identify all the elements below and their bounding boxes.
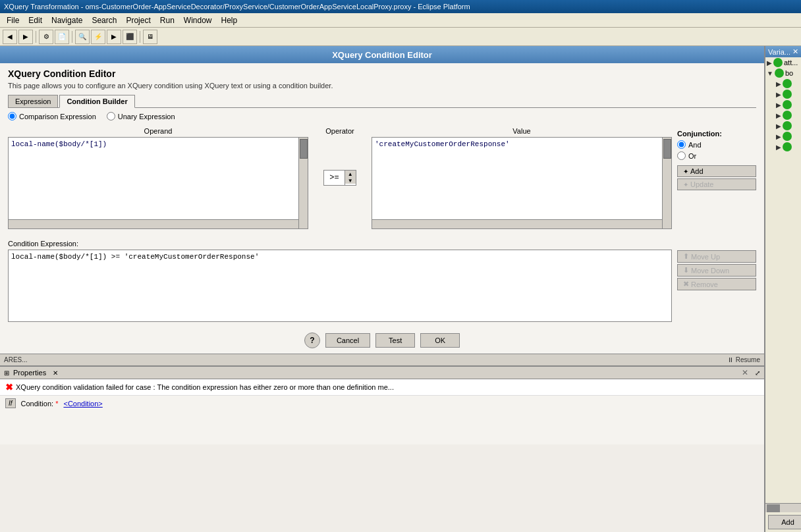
- col-operator: Operator >= ▲ ▼: [314, 127, 366, 229]
- menu-help[interactable]: Help: [217, 14, 242, 26]
- move-up-button[interactable]: ⬆ Move Up: [677, 250, 756, 263]
- value-field[interactable]: 'createMyCustomerOrderResponse': [372, 138, 671, 151]
- add-icon: ✦: [683, 168, 688, 175]
- cancel-button[interactable]: Cancel: [325, 333, 370, 348]
- toolbar-btn-2[interactable]: ▶: [18, 30, 33, 44]
- help-button[interactable]: ?: [304, 332, 320, 348]
- operand-scrollbar-thumb[interactable]: [300, 139, 308, 159]
- conj-and-radio[interactable]: [677, 140, 686, 149]
- bo-sub7-arrow[interactable]: ▶: [776, 144, 781, 151]
- radio-unary-option[interactable]: Unary Expression: [107, 112, 175, 120]
- operator-area: >= ▲ ▼: [323, 170, 356, 186]
- error-icon: ✖: [5, 382, 13, 392]
- menu-window[interactable]: Window: [180, 14, 216, 26]
- radio-comparison[interactable]: [8, 112, 16, 120]
- col-value: Value 'createMyCustomerOrderResponse': [372, 127, 672, 229]
- toolbar-btn-8[interactable]: ⬛: [123, 30, 137, 44]
- status-text: ARES...: [4, 356, 28, 363]
- radio-group: Comparison Expression Unary Expression: [8, 108, 756, 124]
- tab-condition-builder[interactable]: Condition Builder: [59, 95, 134, 108]
- required-star: *: [55, 400, 58, 408]
- bo-sub1-arrow[interactable]: ▶: [776, 80, 781, 88]
- radio-comparison-option[interactable]: Comparison Expression: [8, 112, 96, 120]
- toolbar: ◀ ▶ ⚙ 📄 🔍 ⚡ ▶ ⬛ 🖥: [0, 28, 801, 46]
- att-icon: [773, 58, 783, 67]
- operand-scrollbar-v[interactable]: [298, 138, 308, 228]
- menu-project[interactable]: Project: [122, 14, 154, 26]
- value-scrollbar-h[interactable]: [372, 219, 662, 228]
- menu-run[interactable]: Run: [156, 14, 179, 26]
- update-button[interactable]: ✦ Update: [677, 178, 756, 190]
- bo-sub1-icon: [783, 79, 792, 88]
- menu-navigate[interactable]: Navigate: [47, 14, 86, 26]
- maximize-properties-button[interactable]: ⤢: [755, 369, 760, 377]
- toolbar-separator-2: [72, 31, 72, 43]
- move-up-icon: ⬆: [683, 252, 689, 261]
- close-properties-button[interactable]: ✕: [742, 368, 748, 377]
- bottom-section: Condition Expression: local-name($body/*…: [8, 234, 756, 322]
- properties-panel: ⊞ Properties ✕ ✕ ⤢ ✖ XQuery condition va…: [0, 365, 764, 444]
- operand-label: Operand: [8, 127, 308, 135]
- radio-unary[interactable]: [107, 112, 115, 120]
- operator-spinner: >= ▲ ▼: [323, 170, 356, 186]
- toolbar-btn-7[interactable]: ▶: [107, 30, 121, 44]
- operand-scrollbar-h[interactable]: [9, 219, 298, 228]
- condition-expression-label: Condition Expression:: [8, 240, 672, 248]
- remove-button[interactable]: ✖ Remove: [677, 278, 756, 290]
- move-down-button[interactable]: ⬇ Move Down: [677, 264, 756, 277]
- window-title: XQuery Transformation - oms-CustomerOrde…: [4, 3, 470, 11]
- right-panel-close[interactable]: ✕: [792, 47, 798, 56]
- bo-subitems: ▶ ▶ ▶ ▶ ▶: [765, 78, 801, 152]
- toolbar-btn-5[interactable]: 🔍: [75, 30, 90, 44]
- conj-or-radio[interactable]: [677, 151, 686, 160]
- bo-sub5-arrow[interactable]: ▶: [776, 122, 781, 130]
- right-panel-add-button[interactable]: Add: [768, 515, 801, 529]
- toolbar-btn-4[interactable]: 📄: [55, 30, 69, 44]
- operand-value[interactable]: local-name($body/*[1]): [9, 138, 308, 151]
- right-panel-title: Varia...: [768, 48, 790, 56]
- operator-label: Operator: [325, 127, 354, 135]
- condition-expression-value: local-name($body/*[1]) >= 'createMyCusto…: [11, 253, 259, 261]
- condition-value-link[interactable]: <Condition>: [63, 400, 102, 408]
- bo-subitem-7: ▶: [775, 142, 801, 152]
- bo-sub3-arrow[interactable]: ▶: [776, 101, 781, 109]
- update-icon: ✦: [683, 181, 688, 188]
- ok-button[interactable]: OK: [420, 333, 460, 348]
- bo-subitem-3: ▶: [775, 99, 801, 110]
- value-textarea-wrap: 'createMyCustomerOrderResponse': [372, 137, 672, 229]
- status-bar: ARES... ⏸ Resume: [0, 354, 764, 365]
- conj-or-label: Or: [688, 152, 696, 160]
- bottom-buttons: ? Cancel Test OK: [0, 327, 764, 354]
- operator-spinner-up[interactable]: ▲: [345, 171, 356, 177]
- tab-expression[interactable]: Expression: [8, 95, 58, 107]
- right-panel-hscroll-thumb[interactable]: [767, 504, 780, 512]
- menu-file[interactable]: File: [3, 14, 23, 26]
- toolbar-btn-3[interactable]: ⚙: [39, 30, 53, 44]
- error-message: XQuery condition validation failed for c…: [16, 383, 394, 391]
- toolbar-btn-9[interactable]: 🖥: [143, 30, 157, 44]
- test-button[interactable]: Test: [375, 333, 415, 348]
- tabs-bar: Expression Condition Builder: [8, 95, 756, 108]
- right-panel-hscroll[interactable]: [765, 503, 801, 512]
- radio-comparison-label: Comparison Expression: [19, 113, 96, 120]
- condition-expression-area[interactable]: local-name($body/*[1]) >= 'createMyCusto…: [8, 250, 672, 322]
- value-scrollbar-v[interactable]: [662, 138, 671, 228]
- bo-expand-arrow[interactable]: ▼: [767, 70, 773, 77]
- bo-sub4-arrow[interactable]: ▶: [776, 112, 781, 119]
- properties-header: ⊞ Properties ✕ ✕ ⤢: [0, 367, 764, 379]
- add-update-buttons: ✦ Add ✦ Update: [677, 165, 756, 190]
- bo-sub6-arrow[interactable]: ▶: [776, 133, 781, 140]
- toolbar-separator-1: [36, 31, 36, 43]
- menu-edit[interactable]: Edit: [24, 14, 46, 26]
- operator-spinner-down[interactable]: ▼: [345, 177, 356, 184]
- conj-or-option[interactable]: Or: [677, 151, 756, 160]
- add-button[interactable]: ✦ Add: [677, 165, 756, 177]
- bo-sub3-icon: [783, 100, 792, 109]
- bo-sub2-arrow[interactable]: ▶: [776, 91, 781, 98]
- conj-and-option[interactable]: And: [677, 140, 756, 149]
- toolbar-btn-6[interactable]: ⚡: [91, 30, 105, 44]
- value-scrollbar-thumb[interactable]: [663, 139, 671, 159]
- att-expand-arrow[interactable]: ▶: [767, 59, 772, 66]
- toolbar-btn-1[interactable]: ◀: [3, 30, 17, 44]
- menu-search[interactable]: Search: [88, 14, 121, 26]
